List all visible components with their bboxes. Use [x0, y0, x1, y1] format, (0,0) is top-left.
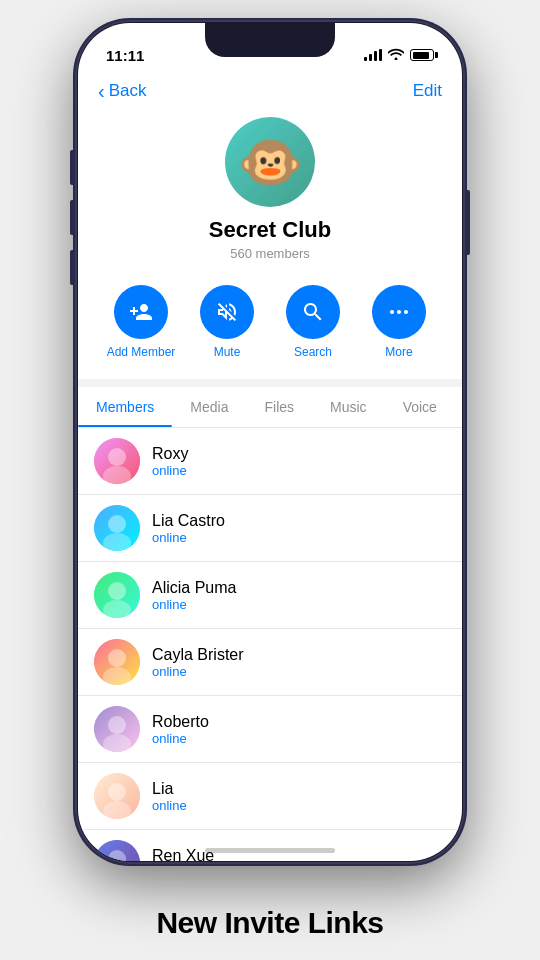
add-member-button[interactable]: Add Member — [105, 285, 177, 359]
list-item[interactable]: Cayla Brister online — [78, 629, 462, 696]
search-icon — [301, 300, 325, 324]
list-item[interactable]: Roxy online — [78, 428, 462, 495]
list-item[interactable]: Lia online — [78, 763, 462, 830]
page-caption: New Invite Links — [0, 906, 540, 940]
search-button[interactable]: Search — [277, 285, 349, 359]
avatar — [94, 706, 140, 752]
tab-music[interactable]: Music — [312, 387, 385, 427]
more-icon — [387, 300, 411, 324]
svg-point-1 — [397, 310, 401, 314]
member-info: Roxy online — [152, 445, 188, 478]
back-button[interactable]: ‹ Back — [98, 81, 146, 101]
member-name: Roxy — [152, 445, 188, 463]
svg-point-0 — [390, 310, 394, 314]
tab-links[interactable]: Lin... — [455, 387, 462, 427]
member-name: Lia — [152, 780, 187, 798]
member-name: Roberto — [152, 713, 209, 731]
svg-point-2 — [404, 310, 408, 314]
member-name: Lia Castro — [152, 512, 225, 530]
group-members-count: 560 members — [230, 246, 309, 261]
action-row: Add Member Mute — [78, 277, 462, 379]
mute-icon — [215, 300, 239, 324]
members-list: Roxy online Lia Castro online — [78, 428, 462, 861]
member-info: Cayla Brister online — [152, 646, 244, 679]
section-divider — [78, 379, 462, 387]
svg-point-10 — [108, 582, 126, 600]
member-info: Lia Castro online — [152, 512, 225, 545]
more-label: More — [385, 345, 412, 359]
add-member-icon — [129, 300, 153, 324]
mute-label: Mute — [214, 345, 241, 359]
notch — [205, 23, 335, 57]
mute-button[interactable]: Mute — [191, 285, 263, 359]
member-status: online — [152, 530, 225, 545]
svg-point-4 — [108, 448, 126, 466]
member-name: Cayla Brister — [152, 646, 244, 664]
caption-text: New Invite Links — [156, 906, 383, 939]
avatar — [94, 840, 140, 861]
member-info: Lia online — [152, 780, 187, 813]
mute-icon-circle — [200, 285, 254, 339]
tabs-container: Members Media Files Music Voice Lin... — [78, 387, 462, 428]
edit-button[interactable]: Edit — [413, 81, 442, 101]
svg-point-13 — [108, 649, 126, 667]
member-status: online — [152, 731, 209, 746]
add-member-icon-circle — [114, 285, 168, 339]
avatar — [94, 572, 140, 618]
member-status: online — [152, 463, 188, 478]
phone-inner: 11:11 — [78, 23, 462, 861]
group-name: Secret Club — [209, 217, 331, 243]
signal-bars-icon — [364, 49, 382, 61]
list-item[interactable]: Ren Xue online — [78, 830, 462, 861]
svg-point-7 — [108, 515, 126, 533]
svg-point-16 — [108, 716, 126, 734]
member-status: online — [152, 664, 244, 679]
phone-frame: 11:11 — [75, 20, 465, 864]
tab-members[interactable]: Members — [78, 387, 172, 427]
member-status: online — [152, 798, 187, 813]
svg-point-19 — [108, 783, 126, 801]
page-wrapper: 11:11 — [0, 0, 540, 960]
chevron-left-icon: ‹ — [98, 81, 105, 101]
avatar — [94, 773, 140, 819]
more-button[interactable]: More — [363, 285, 435, 359]
member-info: Alicia Puma online — [152, 579, 236, 612]
avatar — [94, 438, 140, 484]
search-icon-circle — [286, 285, 340, 339]
home-indicator — [205, 848, 335, 853]
list-item[interactable]: Lia Castro online — [78, 495, 462, 562]
member-info: Roberto online — [152, 713, 209, 746]
add-member-label: Add Member — [107, 345, 176, 359]
nav-bar: ‹ Back Edit — [78, 73, 462, 113]
group-avatar-emoji: 🐵 — [238, 136, 303, 188]
group-avatar: 🐵 — [225, 117, 315, 207]
status-time: 11:11 — [106, 47, 144, 64]
search-label: Search — [294, 345, 332, 359]
back-label: Back — [109, 81, 147, 101]
member-status: online — [152, 597, 236, 612]
wifi-icon — [388, 48, 404, 63]
group-avatar-section: 🐵 Secret Club 560 members — [78, 113, 462, 277]
list-item[interactable]: Roberto online — [78, 696, 462, 763]
avatar — [94, 639, 140, 685]
tab-files[interactable]: Files — [247, 387, 313, 427]
battery-icon — [410, 49, 434, 61]
avatar — [94, 505, 140, 551]
member-name: Alicia Puma — [152, 579, 236, 597]
tab-voice[interactable]: Voice — [385, 387, 455, 427]
status-icons — [364, 48, 434, 63]
more-icon-circle — [372, 285, 426, 339]
list-item[interactable]: Alicia Puma online — [78, 562, 462, 629]
tab-media[interactable]: Media — [172, 387, 246, 427]
